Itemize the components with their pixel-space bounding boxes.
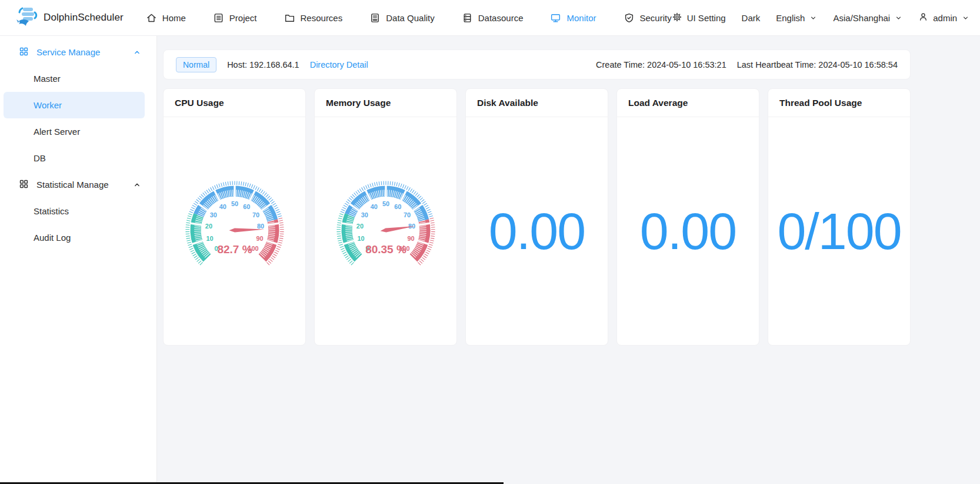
disk-available-value: 0.00: [489, 205, 585, 257]
theme-toggle[interactable]: Dark: [742, 13, 761, 23]
main-menu: Home Project Resources: [146, 12, 672, 24]
svg-text:40: 40: [219, 203, 226, 210]
svg-text:20: 20: [205, 223, 212, 230]
home-icon: [146, 12, 157, 24]
status-badge: Normal: [176, 57, 216, 72]
load-average-card: Load Average 0.00: [616, 88, 759, 346]
project-icon: [213, 12, 224, 24]
chevron-down-icon: [809, 14, 817, 22]
thread-pool-usage-value: 0/100: [777, 205, 901, 257]
svg-text:10: 10: [357, 235, 364, 242]
chevron-up-icon: [133, 181, 141, 189]
nav-item-datasource[interactable]: Datasource: [462, 12, 524, 24]
sidebar-item-worker[interactable]: Worker: [4, 92, 145, 118]
chevron-up-icon: [133, 48, 141, 57]
top-navbar: DolphinScheduler Home Project: [0, 0, 980, 36]
status-times: Create Time: 2024-05-10 16:53:21 Last He…: [596, 60, 898, 69]
svg-text:50: 50: [382, 200, 389, 207]
brand[interactable]: DolphinScheduler: [15, 5, 124, 31]
svg-text:80.35 %: 80.35 %: [365, 243, 406, 256]
language-dropdown[interactable]: English: [776, 13, 817, 23]
host-text: Host: 192.168.64.1: [227, 60, 299, 69]
svg-text:30: 30: [209, 211, 216, 218]
username-label: admin: [933, 13, 957, 23]
sidebar-section-label: Service Manage: [36, 47, 125, 57]
create-time-text: Create Time: 2024-05-10 16:53:21: [596, 60, 726, 69]
cpu-usage-card: CPU Usage 010203040506070809010082.7 %: [163, 88, 306, 346]
sidebar: Service Manage Master Worker Alert Serve…: [0, 36, 157, 484]
ui-setting-button[interactable]: UI Setting: [672, 12, 726, 24]
sidebar-section-service-manage[interactable]: Service Manage: [0, 39, 156, 65]
cpu-usage-gauge: 010203040506070809010082.7 %: [179, 174, 291, 289]
data-quality-icon: [369, 12, 381, 24]
sidebar-section-label: Statistical Manage: [36, 180, 125, 190]
nav-item-label: Resources: [301, 13, 343, 23]
nav-item-label: Monitor: [566, 13, 596, 23]
svg-text:82.7 %: 82.7 %: [217, 243, 252, 256]
svg-text:40: 40: [370, 203, 377, 210]
nav-item-home[interactable]: Home: [146, 12, 186, 24]
main-content: Normal Host: 192.168.64.1 Directory Deta…: [158, 36, 980, 484]
svg-text:70: 70: [404, 211, 411, 218]
folder-icon: [284, 12, 295, 24]
svg-text:60: 60: [243, 203, 250, 210]
ui-setting-label: UI Setting: [687, 13, 726, 23]
svg-text:80: 80: [408, 223, 415, 230]
nav-item-label: Home: [162, 13, 186, 23]
shield-check-icon: [624, 12, 635, 24]
svg-text:20: 20: [356, 223, 363, 230]
sidebar-item-db[interactable]: DB: [4, 145, 145, 171]
timezone-label: Asia/Shanghai: [833, 13, 890, 23]
svg-text:70: 70: [252, 211, 259, 218]
sidebar-item-label: Audit Log: [34, 233, 71, 243]
gear-icon: [672, 12, 682, 24]
card-title: Load Average: [617, 89, 759, 117]
card-title: Thread Pool Usage: [768, 89, 910, 117]
svg-text:80: 80: [257, 223, 264, 230]
thread-pool-usage-card: Thread Pool Usage 0/100: [768, 88, 911, 346]
grid-icon: [19, 179, 29, 191]
sidebar-item-label: DB: [34, 153, 46, 163]
sidebar-item-label: Worker: [34, 100, 62, 110]
navbar-right: UI Setting Dark English Asia/Shanghai ad…: [672, 12, 969, 24]
card-title: Disk Available: [466, 89, 608, 117]
svg-text:90: 90: [407, 235, 414, 242]
load-average-value: 0.00: [640, 205, 736, 257]
memory-usage-card: Memory Usage 010203040506070809010080.35…: [314, 88, 457, 346]
memory-usage-gauge: 010203040506070809010080.35 %: [330, 174, 442, 289]
svg-text:90: 90: [256, 235, 263, 242]
nav-item-label: Datasource: [478, 13, 524, 23]
grid-icon: [19, 47, 29, 58]
brand-name: DolphinScheduler: [44, 12, 124, 24]
svg-text:50: 50: [231, 200, 238, 207]
sidebar-item-audit-log[interactable]: Audit Log: [4, 224, 145, 251]
sidebar-section-statistical-manage[interactable]: Statistical Manage: [0, 171, 156, 198]
timezone-dropdown[interactable]: Asia/Shanghai: [833, 13, 902, 23]
nav-item-security[interactable]: Security: [624, 12, 672, 24]
nav-item-data-quality[interactable]: Data Quality: [369, 12, 435, 24]
nav-item-project[interactable]: Project: [213, 12, 257, 24]
nav-item-label: Security: [640, 13, 672, 23]
nav-item-resources[interactable]: Resources: [284, 12, 343, 24]
metric-cards-row: CPU Usage 010203040506070809010082.7 % M…: [163, 88, 911, 346]
user-menu[interactable]: admin: [918, 12, 969, 24]
nav-item-monitor[interactable]: Monitor: [550, 12, 596, 24]
disk-available-card: Disk Available 0.00: [465, 88, 608, 346]
sidebar-item-alert-server[interactable]: Alert Server: [4, 118, 145, 145]
sidebar-item-label: Statistics: [34, 206, 69, 216]
nav-item-label: Project: [229, 13, 257, 23]
sidebar-item-label: Master: [34, 74, 61, 84]
worker-status-bar: Normal Host: 192.168.64.1 Directory Deta…: [163, 49, 911, 79]
user-icon: [918, 12, 928, 24]
sidebar-item-master[interactable]: Master: [4, 65, 145, 92]
monitor-icon: [550, 12, 561, 24]
chevron-down-icon: [962, 14, 969, 22]
directory-detail-link[interactable]: Directory Detail: [310, 60, 368, 69]
language-label: English: [776, 13, 805, 23]
theme-toggle-label: Dark: [742, 13, 761, 23]
dolphinscheduler-logo-icon: [15, 5, 40, 31]
card-title: CPU Usage: [164, 89, 305, 117]
datasource-icon: [462, 12, 473, 24]
chevron-down-icon: [895, 14, 902, 22]
sidebar-item-statistics[interactable]: Statistics: [4, 198, 145, 224]
